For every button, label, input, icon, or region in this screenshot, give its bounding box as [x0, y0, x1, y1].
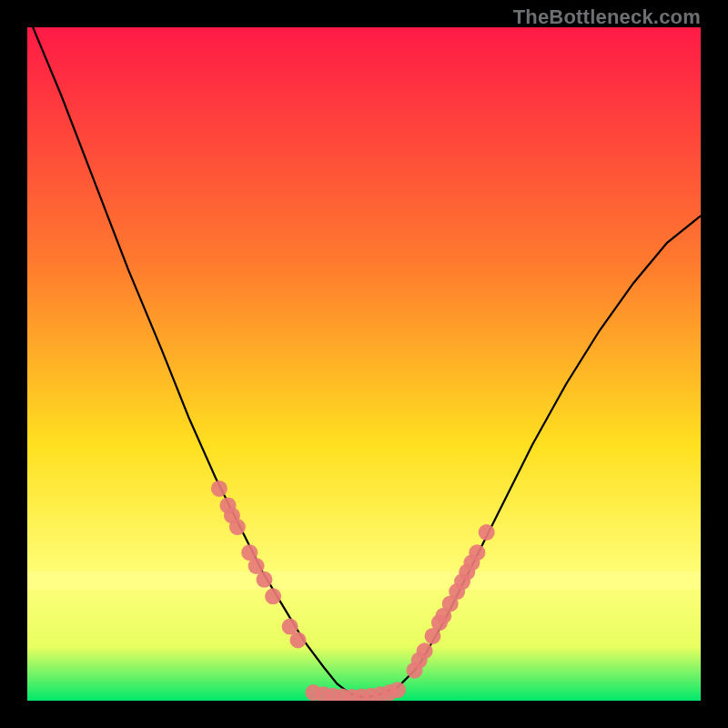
data-point — [265, 588, 281, 604]
plot-area — [27, 27, 701, 701]
data-point — [469, 544, 485, 561]
data-point — [417, 642, 433, 659]
data-point — [229, 519, 246, 535]
data-point — [479, 524, 495, 541]
highlight-band — [27, 571, 701, 590]
chart-frame: TheBottleneck.com — [0, 0, 728, 728]
data-point — [289, 632, 306, 648]
gradient-background — [27, 27, 701, 701]
watermark-text: TheBottleneck.com — [513, 5, 701, 29]
data-point — [389, 682, 406, 698]
data-point — [211, 480, 228, 497]
chart-svg — [27, 27, 701, 701]
data-point — [256, 571, 272, 588]
